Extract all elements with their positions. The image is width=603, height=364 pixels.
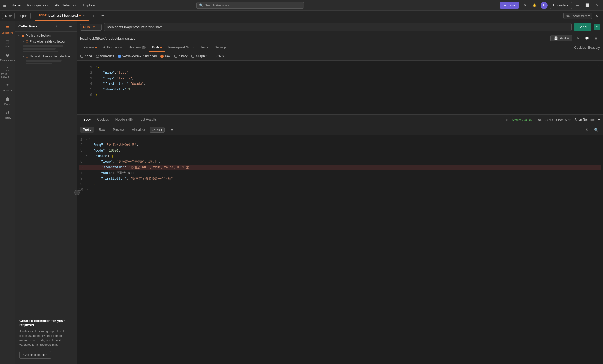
panel-toggle-button[interactable]: › [74, 190, 80, 195]
tab-pre-request-script[interactable]: Pre-request Script [165, 43, 198, 52]
body-option-binary[interactable]: binary [174, 54, 188, 58]
avatar[interactable]: U [541, 2, 548, 9]
resp-fold-icon[interactable]: ▾ [86, 137, 87, 142]
search-response-button[interactable]: 🔍 [593, 126, 600, 133]
request-tab-active[interactable]: POST localhost:88/api/prod ✕ [35, 11, 89, 21]
filter-button[interactable]: ⚌ [61, 23, 66, 29]
env-settings-icon[interactable]: ⚙ [593, 12, 601, 20]
more-options-button[interactable]: ••• [68, 23, 73, 29]
comment-icon[interactable]: 💬 [583, 34, 591, 42]
import-button[interactable]: Import [16, 13, 31, 19]
add-collection-button[interactable]: + [54, 23, 59, 29]
send-dropdown-button[interactable]: ▾ [594, 24, 600, 30]
editor-tool-1[interactable]: ⟷ [596, 63, 602, 69]
nav-workspaces[interactable]: Workspaces ▾ [24, 2, 51, 8]
sidebar-item-apis[interactable]: ◻ APIs [0, 37, 15, 50]
url-input[interactable] [104, 23, 572, 31]
nav-explore[interactable]: Explore [80, 2, 97, 8]
request-line-2: 2 "name":"test", [89, 70, 601, 76]
sidebar-item-mock-servers[interactable]: ⬡ Mock Servers [0, 64, 15, 80]
workspaces-chevron-icon: ▾ [47, 4, 48, 7]
method-selector[interactable]: POST ▾ [80, 24, 102, 31]
fmt-tab-preview[interactable]: Preview [110, 127, 127, 133]
tab-dirty-indicator [79, 15, 81, 16]
sidebar-item-collections[interactable]: ☰ Collections [0, 23, 15, 36]
resp-tab-headers[interactable]: Headers3 [112, 116, 136, 124]
close-icon[interactable]: ✕ [593, 2, 601, 9]
upgrade-button[interactable]: Upgrade ▾ [550, 2, 572, 9]
sidebar-label-history: History [3, 117, 11, 119]
tab-headers[interactable]: Headers8 [125, 43, 149, 52]
resp-tab-cookies[interactable]: Cookies [94, 116, 112, 124]
collection-root[interactable]: ▾ ☰ My first collection ⚙ ••• [15, 33, 77, 38]
tab-settings[interactable]: Settings [211, 43, 229, 52]
save-response-button[interactable]: Save Response ▾ [574, 118, 600, 122]
new-button[interactable]: New [2, 13, 15, 19]
sidebar-item-environments[interactable]: ◉ Environments [0, 51, 15, 64]
left-panel-header: Collections + ⚌ ••• [15, 21, 77, 32]
cookies-link[interactable]: Cookies [574, 44, 586, 52]
left-panel: Collections + ⚌ ••• ▾ ☰ My first collect… [15, 21, 77, 364]
tab-close-icon[interactable]: ✕ [83, 14, 85, 17]
menu-icon[interactable]: ☰ [2, 3, 8, 8]
globe-icon: ⊕ [506, 118, 509, 122]
save-button[interactable]: 💾 Save ▾ [550, 35, 572, 41]
resp-fold-icon-2[interactable]: ▾ [86, 153, 87, 158]
folder-item-second[interactable]: ▸ ▢ Second folder inside collection [15, 53, 77, 59]
copy-response-button[interactable]: ⎘ [584, 126, 591, 133]
fold-icon[interactable]: ▾ [95, 65, 97, 69]
environment-selector[interactable]: No Environment ▾ [563, 13, 592, 19]
sidebar-item-flows[interactable]: ⬟ Flows [0, 94, 15, 108]
nav-api-network[interactable]: API Network ▾ [52, 2, 79, 8]
fmt-tab-pretty[interactable]: Pretty [80, 127, 94, 133]
folder-item-first[interactable]: ▾ ▢ First folder inside collection [15, 38, 77, 44]
collection-more-icon[interactable]: ••• [70, 34, 73, 37]
apis-icon: ◻ [6, 39, 9, 44]
create-heading: Create a collection for your requests [19, 319, 72, 327]
request-url-display: localhost:88/api/product/brand/save [80, 36, 135, 40]
search-icon: 🔍 [199, 4, 203, 7]
nav-home[interactable]: Home [9, 2, 23, 8]
fmt-tab-visualize[interactable]: Visualize [129, 127, 148, 133]
response-format-selector[interactable]: JSON ▾ [150, 127, 165, 133]
tab-tests[interactable]: Tests [197, 43, 211, 52]
radio-urlencoded-icon [118, 55, 121, 58]
resp-tab-body[interactable]: Body [80, 116, 94, 124]
invite-button[interactable]: ✦ Invite [500, 2, 519, 9]
window-controls[interactable]: — [574, 2, 581, 9]
placeholder-lines-1 [23, 45, 73, 52]
notification-icon[interactable]: 🔔 [531, 2, 538, 9]
maximize-icon[interactable]: ⬜ [584, 2, 591, 9]
edit-icon[interactable]: ✎ [574, 34, 581, 42]
json-format-selector[interactable]: JSON ▾ [213, 54, 224, 58]
tab-params[interactable]: Params [80, 43, 100, 52]
body-option-urlencoded[interactable]: x-www-form-urlencoded [118, 54, 157, 58]
response-filter-icon[interactable]: ⚌ [168, 126, 176, 134]
add-tab-button[interactable]: + [90, 12, 97, 20]
more-tabs-button[interactable]: ••• [99, 12, 106, 20]
layout-icon[interactable]: ⊞ [592, 34, 600, 42]
request-body-editor[interactable]: 1 ▾ { 2 "name":"test", 3 "logo":"testts"… [77, 61, 603, 114]
send-button[interactable]: Send [574, 23, 591, 31]
resp-line-5: 5 "logo": "必须是一个合法的url地址", [79, 159, 601, 164]
sidebar-label-collections: Collections [1, 32, 13, 34]
sidebar-item-history[interactable]: ↺ History [0, 108, 15, 121]
body-option-raw[interactable]: raw [160, 54, 170, 58]
resp-tab-test-results[interactable]: Test Results [136, 116, 160, 124]
tab-authorization[interactable]: Authorization [100, 43, 125, 52]
settings-icon[interactable]: ⚙ [521, 2, 529, 9]
response-code-area[interactable]: 1 ▾ { 2 "msg": "数据格式校验失败", 3 "code": 100… [77, 135, 603, 229]
tab-body[interactable]: Body [149, 43, 165, 52]
body-option-graphql[interactable]: GraphQL [191, 54, 209, 58]
create-collection-button[interactable]: Create collection [19, 351, 51, 359]
sidebar-item-monitors[interactable]: ◷ Monitors [0, 81, 15, 94]
left-panel-actions: + ⚌ ••• [54, 23, 73, 29]
beautify-button[interactable]: Beautify [588, 44, 600, 52]
collection-settings-icon[interactable]: ⚙ [66, 34, 69, 37]
collection-icon: ☰ [21, 34, 24, 37]
fmt-tab-raw[interactable]: Raw [96, 127, 108, 133]
sidebar-label-apis: APIs [5, 45, 10, 48]
body-option-none[interactable]: none [80, 54, 92, 58]
body-option-form-data[interactable]: form-data [96, 54, 114, 58]
search-bar[interactable]: 🔍 Search Postman [196, 2, 304, 9]
